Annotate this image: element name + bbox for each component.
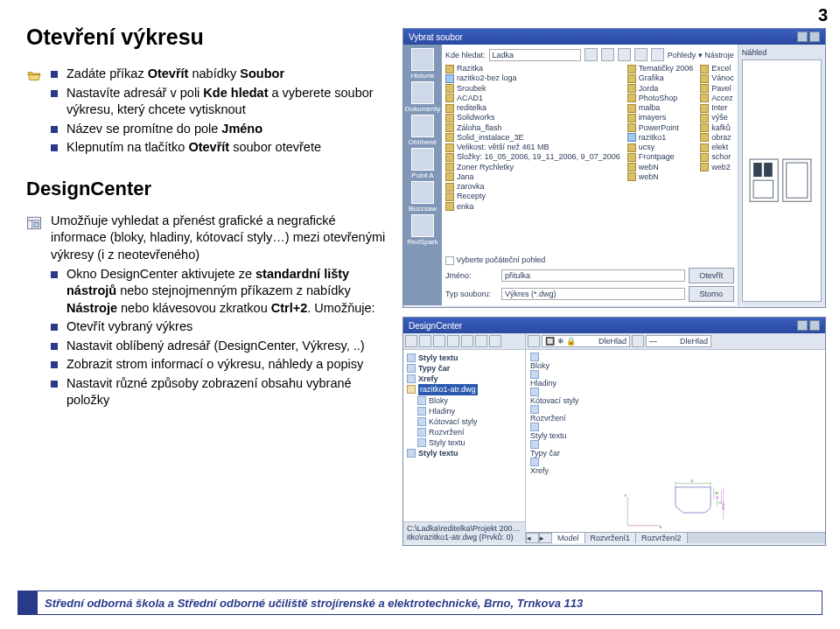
file-column[interactable]: Razitkarazitko2-bez logaSroubekACAD1redi… xyxy=(445,64,620,254)
file-column[interactable]: ExcelVánocPavelAccezIntervýšekafkůobraze… xyxy=(700,64,734,254)
bullet: Nastavit různé způsoby zobrazení obsahu … xyxy=(51,375,389,409)
back-icon[interactable] xyxy=(584,48,598,61)
dc-tool-icon[interactable] xyxy=(461,335,473,347)
dc-tool-icon[interactable] xyxy=(433,335,445,347)
tab-model[interactable]: Model xyxy=(552,533,585,543)
delete-icon[interactable] xyxy=(634,48,648,61)
dialog-titlebar: Vybrat soubor xyxy=(403,29,825,45)
sidebar-item[interactable]: Buzzsaw xyxy=(403,181,442,213)
main-text-column: Otevření výkresu Zadáte příkaz Otevřít n… xyxy=(26,24,389,411)
bullet: Zobrazit strom informací o výkresu, náhl… xyxy=(51,356,389,374)
designcenter-window: DesignCenter Styly textuTypy čarXrefyraz… xyxy=(402,317,826,546)
tab-scroll-left-icon[interactable]: ◂ xyxy=(526,533,539,543)
places-sidebar: Historie Dokumenty Oblíbené Point A Buzz… xyxy=(403,45,442,305)
open-button[interactable]: Otevřít xyxy=(689,268,734,283)
filetype-label: Typ souboru: xyxy=(445,290,498,298)
svg-rect-3 xyxy=(34,222,38,227)
filename-input[interactable]: přitulka xyxy=(501,269,685,282)
bullet: Okno DesignCenter aktivujete ze standard… xyxy=(51,266,389,318)
preview-thumbnail xyxy=(742,59,822,302)
footer-text: Střední odborná škola a Střední odborné … xyxy=(38,597,822,610)
layout-tabs[interactable]: ◂ ▸ Model Rozvržení1 Rozvržení2 xyxy=(526,532,825,543)
dc-content-list[interactable]: BlokyHladinyKótovací stylyRozvrženíStyly… xyxy=(526,350,825,478)
dc-titlebar: DesignCenter xyxy=(403,318,825,333)
footer-bar: Střední odborná škola a Střední odborné … xyxy=(18,591,822,615)
svg-text:54: 54 xyxy=(690,479,694,483)
tab-layout1[interactable]: Rozvržení1 xyxy=(585,533,637,543)
lookin-label: Kde hledat: xyxy=(445,51,486,59)
file-column[interactable]: Tematičky 2006GrafikaJordaPhotoShopmalba… xyxy=(627,64,694,254)
cancel-button[interactable]: Storno xyxy=(689,286,734,302)
sidebar-item[interactable]: Oblíbené xyxy=(403,115,442,146)
layer-icon[interactable] xyxy=(528,335,540,347)
lookin-dropdown[interactable]: Ladka xyxy=(489,49,581,61)
page-number: 3 xyxy=(818,5,828,25)
bullet: Nastavit oblíbený adresář (DesignCenter,… xyxy=(51,338,389,355)
tab-scroll-right-icon[interactable]: ▸ xyxy=(539,533,552,543)
svg-rect-5 xyxy=(783,159,811,201)
dc-tool-icon[interactable] xyxy=(447,335,459,347)
bullet: Otevřít vybraný výkres xyxy=(51,318,389,336)
dc-drawing-area: Y X 54 38 12,7 50,8 xyxy=(526,478,825,532)
preview-label: Náhled xyxy=(742,48,822,57)
sidebar-item[interactable]: Point A xyxy=(403,148,442,179)
file-open-dialog: Vybrat soubor Historie Dokumenty Oblíben… xyxy=(402,28,826,308)
dc-tree[interactable]: Styly textuTypy čarXrefyrazitko1-atr.dwg… xyxy=(403,350,525,521)
newfolder-icon[interactable] xyxy=(651,48,664,61)
heading-designcenter: DesignCenter xyxy=(26,178,389,200)
svg-text:X: X xyxy=(660,526,662,529)
close-icon[interactable] xyxy=(809,320,820,331)
svg-rect-6 xyxy=(753,163,762,177)
bullet: Klepnutím na tlačítko Otevřít soubor ote… xyxy=(51,139,389,157)
open-folder-icon xyxy=(26,68,42,84)
linetype-dropdown[interactable]: —DleHlad xyxy=(646,335,711,347)
heading-open-drawing: Otevření výkresu xyxy=(26,24,389,50)
bullet: Název se promítne do pole Jméno xyxy=(51,121,389,138)
designcenter-icon xyxy=(26,215,42,231)
section1-bullets: Zadáte příkaz Otevřít nabídky Soubor Nas… xyxy=(51,66,389,158)
svg-text:50,8: 50,8 xyxy=(722,504,725,510)
dc-tool-icon[interactable] xyxy=(405,335,417,347)
sidebar-item[interactable]: Dokumenty xyxy=(403,81,442,113)
svg-rect-8 xyxy=(753,181,773,199)
dialog-title: Vybrat soubor xyxy=(409,32,463,42)
dc-tool-icon[interactable] xyxy=(475,335,487,347)
close-icon[interactable] xyxy=(809,31,820,42)
menu-right[interactable]: Pohledy ▾ Nástroje xyxy=(668,51,734,59)
dc-tool-icon[interactable] xyxy=(489,335,501,347)
sidebar-item[interactable]: RedSpark xyxy=(403,214,442,246)
up-icon[interactable] xyxy=(601,48,614,61)
svg-text:30: 30 xyxy=(716,496,719,500)
section2-lead: Umožňuje vyhledat a přenést grafické a n… xyxy=(51,213,389,264)
svg-text:38: 38 xyxy=(715,492,718,495)
initial-view-checkbox-label[interactable]: Vyberte počáteční pohled xyxy=(457,255,546,264)
sidebar-item[interactable]: Historie xyxy=(403,48,442,80)
svg-rect-9 xyxy=(787,163,808,198)
bullet: Nastavíte adresář v poli Kde hledat a vy… xyxy=(51,85,389,119)
layer-dropdown[interactable]: 🔲 ❄ 🔒DleHlad xyxy=(542,335,630,347)
filename-label: Jméno: xyxy=(445,271,498,280)
svg-rect-7 xyxy=(764,163,773,177)
footer-accent xyxy=(18,591,38,614)
dc-tool-icon[interactable] xyxy=(419,335,431,347)
linetype-icon[interactable] xyxy=(632,335,644,347)
tab-layout2[interactable]: Rozvržení2 xyxy=(636,533,688,543)
filetype-dropdown[interactable]: Výkres (*.dwg) xyxy=(501,288,685,300)
search-icon[interactable] xyxy=(618,48,631,61)
help-icon[interactable] xyxy=(797,31,808,42)
svg-text:Y: Y xyxy=(625,494,627,498)
section2-bullets: Okno DesignCenter aktivujete ze standard… xyxy=(51,266,389,410)
bullet: Zadáte příkaz Otevřít nabídky Soubor xyxy=(51,66,389,83)
minimize-icon[interactable] xyxy=(797,320,808,331)
dc-title: DesignCenter xyxy=(409,321,462,331)
dc-status-path: C:\Ladka\reditelka\Projekt 200…itko\razi… xyxy=(403,521,525,543)
